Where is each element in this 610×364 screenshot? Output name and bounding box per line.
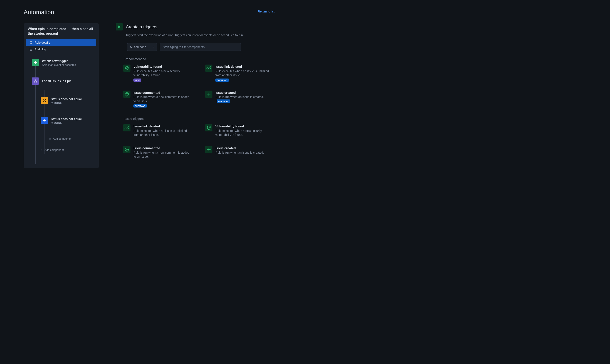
issue-triggers-section-title: Issue triggers bbox=[124, 117, 274, 120]
trigger-desc: Rule executes when a new security vulner… bbox=[216, 129, 274, 137]
unlink-icon bbox=[123, 124, 131, 131]
connector bbox=[35, 83, 36, 164]
add-component-inner-label: Add component bbox=[53, 137, 72, 140]
rule-sidebar: When epic is completed → then close all … bbox=[24, 23, 99, 168]
trigger-badge: POPULAR bbox=[216, 78, 229, 82]
nav-rule-details[interactable]: Rule details bbox=[26, 39, 96, 46]
add-component-inner[interactable]: Add component bbox=[49, 137, 96, 140]
flow-cond1-title: Status does not equal bbox=[51, 97, 81, 101]
info-icon bbox=[29, 41, 32, 44]
nav-rule-details-label: Rule details bbox=[35, 41, 50, 44]
flow-condition-1[interactable]: Status does not equal to DONE bbox=[41, 97, 96, 104]
nav-audit-log-label: Audit log bbox=[35, 48, 46, 51]
trigger-item[interactable]: Issue commentedRule is run when a new co… bbox=[123, 91, 192, 108]
flow-cond2-sub: to DONE bbox=[51, 121, 81, 124]
flow-condition-2[interactable]: Status does not equal to DONE bbox=[41, 117, 96, 124]
trigger-item[interactable]: Issue createdRule is run when an issue i… bbox=[205, 91, 274, 108]
trigger-desc: Rule is run when an issue is created. PO… bbox=[216, 95, 274, 103]
trigger-desc: Rule executes when an issue is unlinked … bbox=[216, 69, 274, 78]
component-filter-select[interactable]: All compone... ▾ bbox=[127, 43, 157, 51]
plus-icon bbox=[205, 146, 212, 153]
comment-icon bbox=[123, 91, 131, 98]
play-icon bbox=[116, 23, 123, 30]
component-search-input[interactable] bbox=[160, 43, 241, 51]
trigger-title: Issue commented bbox=[134, 146, 192, 150]
plus-icon bbox=[205, 91, 212, 98]
rule-name-prefix: When epic is completed bbox=[28, 27, 66, 31]
flow-branch[interactable]: For all issues in Epic bbox=[32, 78, 96, 85]
arrow-icon bbox=[41, 117, 48, 124]
trigger-badge: POPULAR bbox=[134, 104, 147, 107]
chevron-down-icon: ▾ bbox=[153, 46, 154, 48]
page-title: Automation bbox=[24, 9, 54, 16]
trigger-desc: Rule is run when a new comment is added … bbox=[134, 95, 192, 103]
trigger-desc: Rule executes when a new security vulner… bbox=[134, 69, 192, 78]
nav-audit-log[interactable]: Audit log bbox=[26, 46, 96, 53]
add-circle-icon bbox=[49, 138, 51, 140]
trigger-title: Issue commented bbox=[134, 91, 192, 95]
arrow-icon: → bbox=[68, 27, 70, 30]
connector bbox=[35, 65, 36, 78]
trigger-item[interactable]: Issue commentedRule is run when a new co… bbox=[123, 146, 192, 159]
add-circle-icon bbox=[41, 149, 42, 151]
flow-trigger[interactable]: When: new trigger Select an event or sch… bbox=[32, 59, 96, 66]
trigger-item[interactable]: Issue link deletedRule executes when an … bbox=[205, 65, 274, 82]
shield-icon bbox=[123, 65, 131, 72]
main-title: Create a triggers bbox=[126, 25, 157, 29]
trigger-title: Issue created bbox=[216, 146, 274, 150]
flow-trigger-sub: Select an event or schedule bbox=[42, 63, 76, 66]
nav-divider bbox=[28, 55, 95, 55]
trigger-badge: NEW bbox=[134, 78, 141, 82]
trigger-title: Vulnerability found bbox=[216, 124, 274, 129]
tree-icon bbox=[32, 78, 39, 85]
trigger-title: Issue created bbox=[216, 91, 274, 95]
flow-branch-title: For all issues in Epic bbox=[42, 79, 71, 83]
trigger-title: Vulnerability found bbox=[134, 65, 192, 69]
rule-name-heading: When epic is completed → then close all … bbox=[26, 27, 97, 39]
trigger-desc: Rule is run when a new comment is added … bbox=[134, 151, 192, 159]
main-panel: Create a triggers Triggers start the exe… bbox=[116, 23, 274, 168]
add-component-outer[interactable]: Add component bbox=[41, 148, 96, 152]
trigger-desc: Rule is run when an issue is created. bbox=[216, 151, 274, 155]
trigger-badge: POPULAR bbox=[217, 100, 230, 103]
component-filter-label: All compone... bbox=[130, 45, 149, 49]
shuffle-icon bbox=[41, 97, 48, 104]
flow-cond1-sub: to DONE bbox=[51, 101, 81, 104]
return-to-list-link[interactable]: Return to list bbox=[258, 10, 274, 13]
main-desc: Triggers start the execution of a rule. … bbox=[126, 33, 274, 37]
trigger-item[interactable]: Issue link deletedRule executes when an … bbox=[123, 124, 192, 137]
shield-icon bbox=[205, 124, 212, 131]
trigger-item[interactable]: Vulnerability foundRule executes when a … bbox=[123, 65, 192, 82]
flow-trigger-title: When: new trigger bbox=[42, 59, 76, 63]
trigger-title: Issue link deleted bbox=[216, 65, 274, 69]
flow-cond2-title: Status does not equal bbox=[51, 117, 81, 121]
add-component-outer-label: Add component bbox=[44, 148, 64, 152]
recommended-section-title: Recommended bbox=[124, 57, 274, 61]
trigger-item[interactable]: Vulnerability foundRule executes when a … bbox=[205, 124, 274, 137]
trigger-item[interactable]: Issue createdRule is run when an issue i… bbox=[205, 146, 274, 159]
trigger-desc: Rule executes when an issue is unlinked … bbox=[134, 129, 192, 137]
comment-icon bbox=[123, 146, 131, 153]
unlink-icon bbox=[205, 65, 212, 72]
trigger-title: Issue link deleted bbox=[134, 124, 192, 129]
log-icon bbox=[29, 48, 32, 51]
plus-icon bbox=[32, 59, 39, 66]
